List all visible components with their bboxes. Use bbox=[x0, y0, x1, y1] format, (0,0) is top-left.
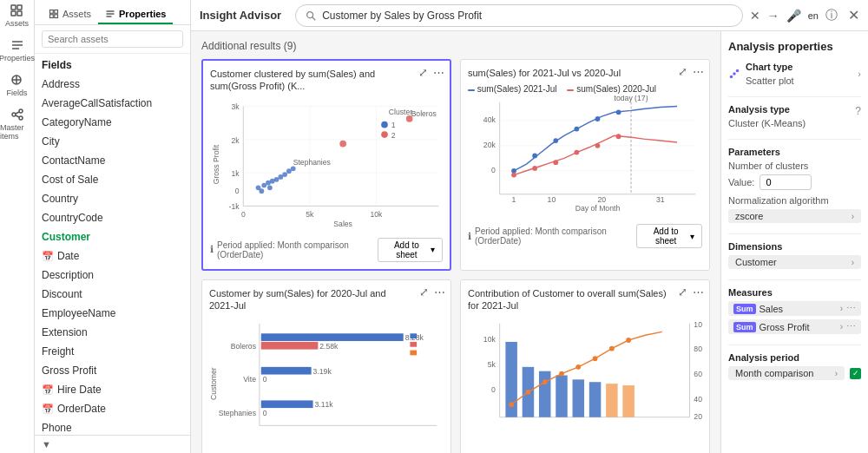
analysis-type-value: Cluster (K-Means) bbox=[728, 118, 861, 128]
sidebar-field-item[interactable]: Description bbox=[35, 266, 190, 285]
go-icon[interactable]: → bbox=[767, 9, 779, 23]
svg-point-51 bbox=[291, 166, 296, 171]
measure-row-sales[interactable]: Sum Sales › ⋯ bbox=[728, 301, 861, 316]
sidebar-field-item[interactable]: Freight bbox=[35, 342, 190, 361]
sidebar-field-item[interactable]: 📅Hire Date bbox=[35, 380, 190, 399]
close-icon[interactable]: ✕ bbox=[848, 7, 859, 23]
lang-label[interactable]: en bbox=[808, 10, 819, 21]
parameters-label: Parameters bbox=[728, 147, 861, 157]
chart-card-3[interactable]: Customer by sum(Sales) for 2020-Jul and … bbox=[201, 279, 451, 453]
sidebar-field-item[interactable]: Cost of Sale bbox=[35, 170, 190, 189]
dimension-chip-customer[interactable]: Customer › bbox=[728, 255, 861, 269]
svg-text:Boleros: Boleros bbox=[411, 109, 437, 118]
chart-type-chevron[interactable]: › bbox=[858, 69, 861, 79]
clear-search-icon[interactable]: ✕ bbox=[750, 9, 760, 23]
sidebar-field-item[interactable]: Extension bbox=[35, 323, 190, 342]
expand-icon-2[interactable]: ⤢ bbox=[678, 65, 687, 78]
svg-text:5k: 5k bbox=[306, 209, 314, 218]
svg-rect-125 bbox=[573, 380, 584, 417]
svg-point-49 bbox=[259, 188, 264, 194]
assets-tab[interactable]: Assets bbox=[5, 3, 29, 28]
chart-card-2[interactable]: sum(Sales) for 2021-Jul vs 2020-Jul ⤢ ⋯ … bbox=[460, 59, 710, 271]
divider-3 bbox=[728, 233, 861, 234]
svg-rect-17 bbox=[50, 15, 54, 18]
svg-point-85 bbox=[553, 161, 558, 166]
expand-icon-4[interactable]: ⤢ bbox=[678, 286, 687, 299]
svg-point-81 bbox=[595, 116, 601, 121]
measure-row-gross-profit[interactable]: Sum Gross Profit › ⋯ bbox=[728, 319, 861, 334]
measures-label: Measures bbox=[728, 287, 861, 298]
more-icon-4[interactable]: ⋯ bbox=[693, 286, 704, 299]
panel-section-dimensions: Dimensions Customer › bbox=[728, 241, 861, 269]
clusters-value-input[interactable] bbox=[760, 174, 812, 190]
chart-card-4[interactable]: Contribution of Customer to overall sum(… bbox=[460, 279, 710, 453]
fields-tab[interactable]: Fields bbox=[6, 73, 27, 97]
sidebar-field-item[interactable]: Discount bbox=[35, 285, 190, 304]
divider-5 bbox=[728, 345, 861, 345]
search-input[interactable] bbox=[42, 30, 183, 48]
svg-point-10 bbox=[12, 113, 16, 116]
divider-2 bbox=[728, 139, 861, 140]
add-to-sheet-btn-2[interactable]: Add to sheet ▾ bbox=[636, 224, 702, 248]
expand-icon-1[interactable]: ⤢ bbox=[418, 66, 428, 79]
svg-point-48 bbox=[267, 185, 273, 190]
svg-text:20k: 20k bbox=[483, 141, 496, 149]
svg-text:1k: 1k bbox=[231, 169, 240, 178]
scatter-icon bbox=[728, 68, 740, 80]
master-items-tab[interactable]: Master items bbox=[0, 108, 34, 141]
analysis-period-checkbox[interactable]: ✓ bbox=[850, 368, 861, 379]
sidebar-field-item[interactable]: Gross Profit bbox=[35, 361, 190, 380]
sidebar-field-item[interactable]: Address bbox=[35, 75, 190, 94]
sidebar-field-item[interactable]: EmployeeName bbox=[35, 304, 190, 323]
svg-text:40.00%: 40.00% bbox=[694, 396, 702, 404]
chart-card-1[interactable]: Customer clustered by sum(Sales) and sum… bbox=[201, 59, 451, 271]
svg-rect-95 bbox=[261, 334, 404, 342]
more-icon-3[interactable]: ⋯ bbox=[434, 286, 445, 299]
sidebar-field-item[interactable]: Country bbox=[35, 189, 190, 208]
search-bar[interactable]: Customer by Sales by Gross Profit bbox=[295, 4, 743, 27]
svg-rect-18 bbox=[55, 15, 58, 18]
svg-rect-107 bbox=[410, 334, 417, 339]
expand-icon-3[interactable]: ⤢ bbox=[419, 286, 429, 299]
sidebar-field-item[interactable]: 📅OrderDate bbox=[35, 399, 190, 418]
sum-badge-sales: Sum bbox=[733, 304, 756, 314]
more-icon-1[interactable]: ⋯ bbox=[433, 66, 444, 79]
fields-list: AddressAverageCallSatisfactionCategoryNa… bbox=[35, 75, 190, 435]
measure-settings-sales[interactable]: ⋯ bbox=[846, 303, 856, 314]
svg-point-12 bbox=[19, 116, 23, 120]
svg-point-135 bbox=[609, 346, 615, 351]
help-icon[interactable]: ⓘ bbox=[825, 8, 838, 23]
sidebar-field-item[interactable]: CountryCode bbox=[35, 208, 190, 227]
chart-type-label: Chart type bbox=[746, 62, 794, 72]
more-icon-2[interactable]: ⋯ bbox=[693, 65, 704, 78]
svg-rect-56 bbox=[372, 108, 379, 115]
sidebar-field-item[interactable]: CategoryName bbox=[35, 113, 190, 132]
svg-point-50 bbox=[286, 168, 292, 174]
info-icon-2: ℹ bbox=[468, 231, 471, 242]
sidebar-field-item[interactable]: Phone bbox=[35, 418, 190, 435]
fields-label: Fields bbox=[35, 54, 190, 75]
mic-icon[interactable]: 🎤 bbox=[786, 9, 801, 23]
svg-text:100.00%: 100.00% bbox=[694, 320, 702, 329]
svg-text:1: 1 bbox=[391, 121, 396, 129]
sidebar-tab-properties[interactable]: Properties bbox=[98, 5, 173, 24]
properties-tab[interactable]: Properties bbox=[0, 38, 35, 62]
analysis-period-chip[interactable]: Month comparison › bbox=[728, 366, 845, 380]
svg-text:10: 10 bbox=[548, 196, 556, 205]
chart-title-2: sum(Sales) for 2021-Jul vs 2020-Jul bbox=[468, 67, 702, 79]
svg-text:Stephanies: Stephanies bbox=[219, 409, 257, 417]
sidebar-field-item[interactable]: City bbox=[35, 132, 190, 151]
sidebar-scroll-indicator[interactable]: ▼ bbox=[35, 435, 190, 453]
analysis-type-help[interactable]: ? bbox=[855, 105, 861, 117]
sidebar-field-item[interactable]: Customer bbox=[35, 227, 190, 246]
measure-chevron-sales: › bbox=[840, 304, 843, 313]
scatter-chart: 3k 2k 1k 0 -1k 0 5k 10k Sales Gross Prof… bbox=[210, 98, 443, 231]
measure-settings-gp[interactable]: ⋯ bbox=[846, 321, 856, 332]
sidebar-field-item[interactable]: AverageCallSatisfaction bbox=[35, 94, 190, 113]
norm-algo-chip[interactable]: zscore › bbox=[728, 209, 861, 223]
sidebar-field-item[interactable]: 📅Date bbox=[35, 246, 190, 266]
add-to-sheet-btn-1[interactable]: Add to sheet ▾ bbox=[378, 238, 443, 262]
sidebar-field-item[interactable]: ContactName bbox=[35, 151, 190, 170]
sidebar-tab-assets[interactable]: Assets bbox=[42, 5, 98, 24]
chart-title-1: Customer clustered by sum(Sales) and sum… bbox=[210, 68, 443, 93]
